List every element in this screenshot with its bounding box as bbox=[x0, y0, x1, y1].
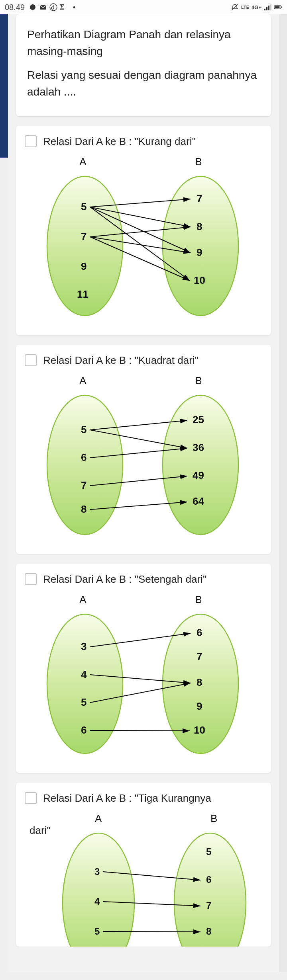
set-a-label: A bbox=[59, 812, 138, 825]
status-time: 08.49 bbox=[5, 3, 25, 12]
option-4-suffix: dari" bbox=[29, 824, 51, 947]
option-4[interactable]: Relasi Dari A ke B : "Tiga Kurangnya dar… bbox=[16, 783, 271, 947]
num-b: 7 bbox=[197, 193, 202, 205]
svg-line-37 bbox=[103, 931, 201, 932]
left-stripe bbox=[0, 14, 8, 158]
mute-icon bbox=[231, 3, 239, 11]
right-stripe bbox=[279, 14, 287, 972]
svg-point-2 bbox=[50, 4, 57, 11]
num-b: 25 bbox=[193, 414, 204, 426]
option-4-diagram: A B 3 4 5 5 6 bbox=[59, 812, 258, 947]
num-b: 64 bbox=[193, 495, 204, 507]
option-1[interactable]: Relasi Dari A ke B : "Kurang dari" A B bbox=[16, 126, 271, 335]
summation-icon: Σ bbox=[60, 3, 68, 11]
option-3-checkbox[interactable] bbox=[25, 573, 37, 585]
content-column: Perhatikan Diagram Panah dan relasinya m… bbox=[8, 14, 279, 972]
question-text: Perhatikan Diagram Panah dan relasinya m… bbox=[27, 26, 260, 100]
svg-rect-1 bbox=[40, 5, 46, 10]
num-b: 6 bbox=[206, 874, 211, 885]
svg-rect-4 bbox=[264, 9, 265, 10]
status-right-icons: LTE 4G+ bbox=[231, 3, 282, 11]
option-2[interactable]: Relasi Dari A ke B : "Kuadrat dari" A B … bbox=[16, 345, 271, 554]
network-label: 4G+ bbox=[252, 4, 261, 10]
set-a-label: A bbox=[43, 375, 123, 387]
num-a: 5 bbox=[81, 424, 86, 435]
status-left-icons: Σ • bbox=[29, 3, 78, 11]
option-4-label: Relasi Dari A ke B : "Tiga Kurangnya bbox=[43, 791, 211, 805]
option-4-checkbox[interactable] bbox=[25, 792, 37, 804]
signal-icon bbox=[264, 3, 272, 11]
set-a-label: A bbox=[43, 156, 123, 168]
mapping-diagram-2: 5 6 7 8 25 36 49 64 bbox=[43, 389, 250, 541]
option-1-label: Relasi Dari A ke B : "Kurang dari" bbox=[43, 135, 196, 148]
num-b: 6 bbox=[197, 627, 202, 638]
svg-line-32 bbox=[90, 730, 190, 731]
svg-rect-7 bbox=[270, 4, 271, 10]
mapping-diagram-1: 5 7 9 11 7 8 9 10 bbox=[43, 170, 250, 322]
num-a: 3 bbox=[94, 866, 100, 877]
num-b: 36 bbox=[193, 441, 204, 453]
option-2-label: Relasi Dari A ke B : "Kuadrat dari" bbox=[43, 353, 199, 367]
num-a: 5 bbox=[94, 926, 100, 937]
svg-rect-5 bbox=[266, 7, 267, 10]
num-b: 10 bbox=[194, 274, 205, 286]
tiktok-icon bbox=[49, 3, 57, 11]
option-3[interactable]: Relasi Dari A ke B : "Setengah dari" A B… bbox=[16, 564, 271, 773]
svg-rect-6 bbox=[268, 6, 269, 10]
question-line2: Relasi yang sesuai dengan diagram panahn… bbox=[27, 67, 260, 100]
option-1-checkbox[interactable] bbox=[25, 135, 37, 147]
mapping-diagram-4: 3 4 5 5 6 7 8 bbox=[59, 827, 258, 947]
num-a: 6 bbox=[81, 451, 86, 463]
battery-icon bbox=[274, 3, 282, 11]
num-a: 3 bbox=[81, 640, 86, 652]
set-b-label: B bbox=[159, 156, 238, 168]
option-2-diagram: A B 5 6 7 8 25 36 49 64 bbox=[43, 375, 262, 541]
num-a: 11 bbox=[77, 288, 88, 300]
set-b-label: B bbox=[159, 593, 238, 606]
page-body: Perhatikan Diagram Panah dan relasinya m… bbox=[0, 14, 287, 972]
notification-dot-icon bbox=[29, 3, 37, 11]
num-b: 7 bbox=[197, 650, 202, 662]
num-b: 49 bbox=[193, 469, 204, 481]
dot-icon: • bbox=[70, 3, 78, 11]
svg-rect-9 bbox=[275, 6, 280, 8]
num-b: 8 bbox=[206, 926, 211, 937]
set-b-label: B bbox=[159, 375, 238, 387]
num-a: 5 bbox=[81, 696, 86, 708]
num-a: 4 bbox=[94, 896, 100, 907]
option-2-checkbox[interactable] bbox=[25, 354, 37, 366]
num-a: 9 bbox=[81, 260, 86, 272]
num-a: 5 bbox=[81, 201, 86, 213]
question-line1: Perhatikan Diagram Panah dan relasinya m… bbox=[27, 26, 260, 60]
lte-label: LTE bbox=[241, 5, 249, 10]
question-card: Perhatikan Diagram Panah dan relasinya m… bbox=[16, 14, 271, 116]
num-b: 5 bbox=[206, 846, 211, 857]
svg-point-0 bbox=[30, 4, 35, 10]
num-a: 7 bbox=[81, 479, 86, 491]
num-b: 7 bbox=[206, 900, 211, 911]
mail-icon bbox=[39, 3, 47, 11]
num-b: 8 bbox=[197, 676, 202, 688]
option-3-label: Relasi Dari A ke B : "Setengah dari" bbox=[43, 572, 206, 586]
num-a: 6 bbox=[81, 724, 86, 736]
num-a: 8 bbox=[81, 503, 86, 515]
num-a: 4 bbox=[81, 668, 87, 680]
option-1-diagram: A B bbox=[43, 156, 262, 322]
set-a-label: A bbox=[43, 593, 123, 606]
num-b: 9 bbox=[197, 700, 202, 712]
option-3-diagram: A B 3 4 5 6 6 7 8 bbox=[43, 593, 262, 759]
status-bar: 08.49 Σ • LTE 4G+ bbox=[0, 0, 287, 14]
num-a: 7 bbox=[81, 230, 86, 242]
num-b: 8 bbox=[197, 221, 202, 232]
mapping-diagram-3: 3 4 5 6 6 7 8 9 10 bbox=[43, 608, 250, 759]
set-b-label: B bbox=[174, 812, 254, 825]
num-b: 9 bbox=[197, 246, 202, 258]
svg-rect-10 bbox=[281, 6, 282, 8]
num-b: 10 bbox=[194, 724, 205, 736]
